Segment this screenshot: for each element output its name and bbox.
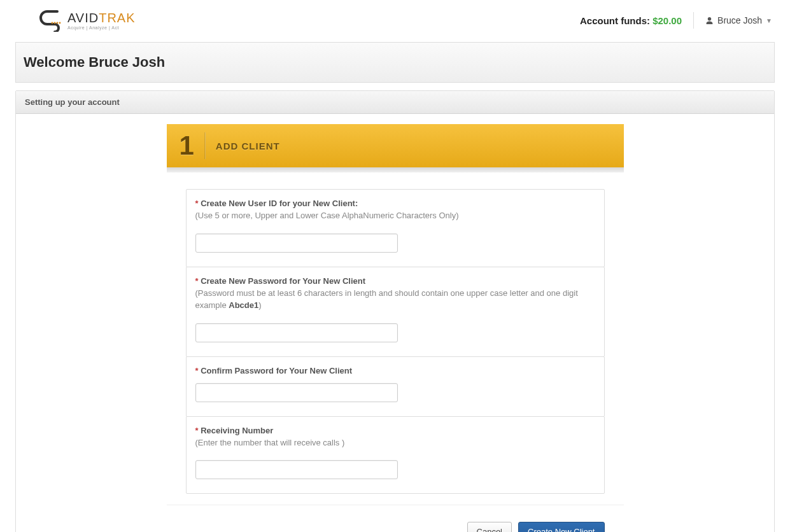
password-hint: (Password must be at least 6 characters … xyxy=(195,288,595,312)
required-mark: * xyxy=(195,276,201,286)
svg-point-0 xyxy=(52,22,53,24)
confirm-password-group: * Confirm Password for Your New Client xyxy=(186,356,605,417)
logo-tagline: Acquire | Analyze | Act xyxy=(67,25,136,30)
logo-mark-icon xyxy=(38,9,64,32)
receiving-number-label: Receiving Number xyxy=(201,426,273,435)
logo-text-b: TRAK xyxy=(99,11,135,25)
user-id-hint: (Use 5 or more, Upper and Lower Case Alp… xyxy=(195,210,595,222)
confirm-password-input[interactable] xyxy=(195,383,398,402)
button-row: Cancel Create New Client xyxy=(167,505,624,532)
top-bar: AVIDTRAK Acquire | Analyze | Act Account… xyxy=(0,0,790,42)
divider xyxy=(693,12,694,29)
svg-point-1 xyxy=(54,22,56,24)
password-input[interactable] xyxy=(195,323,398,342)
user-id-label: Create New User ID for your New Client: xyxy=(201,199,358,208)
funds-label: Account funds: xyxy=(580,15,652,26)
password-label: Create New Password for Your New Client xyxy=(201,276,365,286)
welcome-banner: Welcome Bruce Josh xyxy=(15,42,775,83)
cancel-button[interactable]: Cancel xyxy=(467,522,512,532)
step-title: ADD CLIENT xyxy=(216,141,280,151)
receiving-number-input[interactable] xyxy=(195,460,398,479)
password-group: * Create New Password for Your New Clien… xyxy=(186,267,605,357)
user-id-group: * Create New User ID for your New Client… xyxy=(186,189,605,267)
user-menu[interactable]: Bruce Josh ▼ xyxy=(705,15,772,25)
required-mark: * xyxy=(195,426,201,435)
required-mark: * xyxy=(195,366,201,375)
receiving-number-group: * Receiving Number (Enter the number tha… xyxy=(186,416,605,494)
step-separator xyxy=(204,132,206,159)
required-mark: * xyxy=(195,199,201,208)
add-client-card: 1 ADD CLIENT * Create New User ID for yo… xyxy=(167,124,624,532)
user-name: Bruce Josh xyxy=(717,15,762,25)
person-icon xyxy=(705,17,714,25)
create-client-button[interactable]: Create New Client xyxy=(518,522,605,532)
setup-panel: Setting up your account 1 ADD CLIENT * C… xyxy=(15,90,775,532)
step-number: 1 xyxy=(180,130,194,161)
svg-point-3 xyxy=(59,22,61,24)
funds-amount: $20.00 xyxy=(652,15,682,26)
svg-point-2 xyxy=(57,22,59,24)
account-funds: Account funds: $20.00 xyxy=(580,15,682,26)
logo-text-a: AVID xyxy=(67,11,99,25)
user-id-input[interactable] xyxy=(195,234,398,253)
receiving-number-hint: (Enter the number that will receive call… xyxy=(195,437,595,449)
chevron-down-icon: ▼ xyxy=(766,17,772,24)
panel-title: Setting up your account xyxy=(16,91,774,114)
step-header: 1 ADD CLIENT xyxy=(167,124,624,167)
confirm-password-label: Confirm Password for Your New Client xyxy=(201,366,352,375)
logo: AVIDTRAK Acquire | Analyze | Act xyxy=(38,9,136,32)
